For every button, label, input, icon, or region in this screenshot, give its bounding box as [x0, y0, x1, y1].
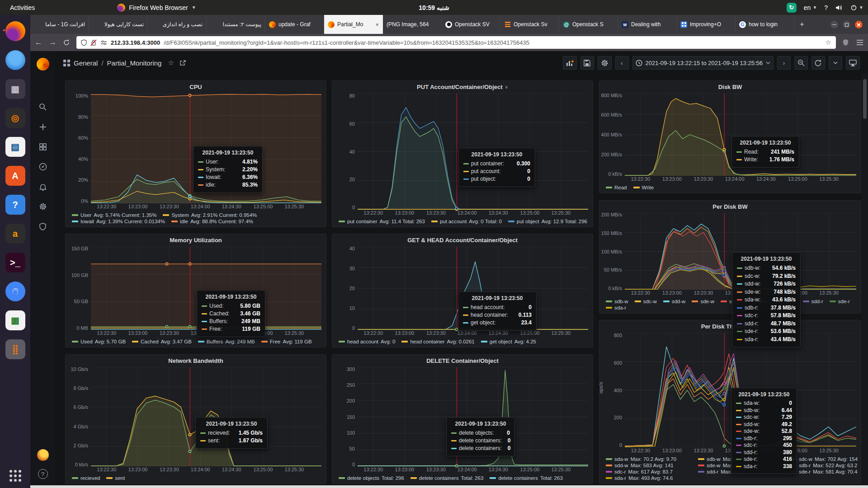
dashboard-settings-button[interactable]: [598, 56, 612, 70]
menu-icon[interactable]: [856, 39, 863, 46]
shield-icon[interactable]: [81, 39, 87, 46]
tab[interactable]: Ghow to login: [736, 15, 794, 34]
dock-item-shotwell[interactable]: ◎: [4, 106, 27, 130]
tab[interactable]: پیوست ۲: مستندا: [207, 15, 265, 34]
tab[interactable]: wDealing with: [618, 15, 677, 34]
extension-icon[interactable]: [842, 39, 849, 46]
legend-item[interactable]: sdd-r: [803, 299, 823, 304]
panel-title[interactable]: GET & HEAD Account/Container/Object: [332, 234, 593, 246]
legend-item[interactable]: put containerAvg: 11.4 Total: 263: [339, 219, 425, 224]
kiosk-mode-button[interactable]: [846, 56, 860, 70]
tab[interactable]: (PNG Image, 564: [383, 15, 442, 34]
forward-button[interactable]: →: [49, 38, 57, 47]
legend-item[interactable]: get objectAvg: 4.25: [481, 339, 536, 344]
legend-item[interactable]: sde-rMax: 581 Avg: 70.4: [790, 469, 858, 474]
legend-item[interactable]: sdb-rMax: 522 Avg: 63.2: [790, 463, 858, 468]
save-dashboard-button[interactable]: [580, 56, 594, 70]
dock-item-libreoffice-calc[interactable]: ▦: [4, 309, 27, 332]
permissions-icon[interactable]: [100, 40, 107, 45]
activities-button[interactable]: Activities: [0, 4, 45, 11]
legend-item[interactable]: recieved: [72, 475, 100, 481]
explore-icon[interactable]: [30, 157, 55, 177]
insecure-lock-icon[interactable]: [90, 39, 97, 46]
legend-item[interactable]: delete objectsTotal: 296: [339, 475, 404, 481]
legend-item[interactable]: head containerAvg: 0.0261: [401, 339, 474, 344]
legend-item[interactable]: BuffersAvg: 249 MB: [198, 339, 255, 344]
alerting-bell-icon[interactable]: [30, 177, 55, 197]
tab[interactable]: Partial_Mo×: [324, 15, 383, 34]
new-tab-button[interactable]: +: [794, 15, 810, 34]
time-back-button[interactable]: ‹: [615, 56, 629, 70]
maximize-button[interactable]: [843, 21, 850, 28]
search-icon[interactable]: [30, 97, 55, 117]
show-applications-button[interactable]: [9, 470, 21, 482]
language-menu[interactable]: en ▼: [804, 4, 817, 11]
legend-item[interactable]: sda-rMax: 493 Avg: 74.6: [606, 475, 692, 481]
legend-item[interactable]: sent: [106, 475, 125, 481]
server-admin-shield-icon[interactable]: [30, 216, 55, 236]
breadcrumb-section[interactable]: General: [74, 59, 98, 67]
legend-item[interactable]: sdc-wMax: 702 Avg: 154: [790, 456, 858, 462]
tab-close-icon[interactable]: ×: [375, 21, 379, 28]
breadcrumb-dashboard[interactable]: Partial_Monitoring: [107, 59, 162, 67]
legend-item[interactable]: put accountAvg: 0 Total: 0: [431, 219, 502, 224]
panel-title[interactable]: Per Disk Throughput: [599, 320, 861, 332]
configuration-gear-icon[interactable]: [30, 197, 55, 216]
dock-item-amazon[interactable]: a: [4, 222, 27, 245]
scrollbar-thumb[interactable]: [863, 79, 867, 119]
power-menu[interactable]: ▼: [850, 4, 863, 11]
panel-title[interactable]: Disk BW: [599, 81, 861, 93]
tab[interactable]: افرانت 1G - ساما: [30, 15, 89, 34]
legend-item[interactable]: FreeAvg: 119 GB: [261, 339, 312, 344]
sync-icon[interactable]: ↻: [787, 3, 797, 13]
help-icon[interactable]: ?: [824, 4, 828, 11]
zoom-out-button[interactable]: [794, 56, 808, 70]
panel-memory-utilization[interactable]: Memory Utilization150 GB100 GB50 GB0 MB1…: [65, 234, 326, 347]
scrollbar[interactable]: [862, 75, 868, 485]
url-bar[interactable]: 212.33.198.4:3000/d/F63l05Snk/partial_mo…: [76, 36, 836, 49]
tab[interactable]: Improving+O: [677, 15, 736, 34]
dock-item-libreoffice-writer[interactable]: ▤: [4, 135, 27, 159]
legend-item[interactable]: sda-wMax: 70.2 Avg: 9.70: [606, 456, 692, 462]
legend-item[interactable]: UserAvg: 5.74% Current: 1.35%: [72, 212, 156, 218]
add-panel-button[interactable]: [563, 56, 577, 70]
dock-item-chromium[interactable]: ◉: [4, 280, 27, 303]
legend-item[interactable]: Read: [606, 185, 627, 190]
panel-title[interactable]: Memory Utilization: [66, 234, 326, 246]
panel-title[interactable]: Per Disk BW: [599, 201, 861, 212]
time-range-picker[interactable]: 2021-09-19 13:22:15 to 2021-09-19 13:25:…: [632, 56, 774, 70]
legend-item[interactable]: sdc-rMax: 617 Avg: 83.7: [606, 469, 692, 474]
legend-item[interactable]: sdc-w: [635, 299, 657, 304]
dock-item-firefox[interactable]: [4, 19, 27, 43]
legend-item[interactable]: idleAvg: 88.8% Current: 97.4%: [171, 219, 253, 224]
legend-item[interactable]: IowaitAvg: 1.39% Current: 0.0134%: [72, 219, 165, 224]
dock-item-calculator[interactable]: ⣿: [4, 338, 27, 361]
legend-item[interactable]: sdd-w: [663, 299, 686, 304]
help-icon[interactable]: ?: [38, 469, 48, 479]
tab[interactable]: update - Graf: [265, 15, 324, 34]
create-icon[interactable]: [30, 117, 55, 137]
legend-item[interactable]: sdd-wMax: 583 Avg: 141: [606, 463, 692, 468]
panel-title[interactable]: PUT Account/Container/Object∨: [332, 81, 593, 93]
legend-item[interactable]: head accountAvg: 0: [339, 339, 395, 344]
legend-item[interactable]: UsedAvg: 5.70 GB: [72, 339, 126, 344]
legend-item[interactable]: sdb-w: [606, 299, 628, 304]
grafana-logo[interactable]: [30, 51, 55, 77]
legend-item[interactable]: put objectAvg: 12.9 Total: 296: [508, 219, 587, 224]
legend-item[interactable]: delete containersTotal: 263: [410, 475, 483, 481]
dock-item-files[interactable]: ▦: [4, 77, 27, 101]
legend-item[interactable]: CachedAvg: 3.47 GB: [132, 339, 192, 344]
dashboards-icon[interactable]: [30, 137, 55, 157]
dock-item-terminal[interactable]: >_: [4, 251, 27, 274]
legend-item[interactable]: Write: [633, 185, 654, 190]
tab[interactable]: Openstack SV: [442, 15, 500, 34]
refresh-button[interactable]: [811, 56, 825, 70]
panel-disk-bw[interactable]: Disk BW800 MB/s600 MB/s400 MB/s200 MB/s0…: [599, 80, 861, 193]
tab[interactable]: Openstack Sv: [500, 15, 559, 34]
legend-item[interactable]: sde-r: [830, 299, 850, 304]
panel-title[interactable]: DELETE Container/Object: [332, 355, 593, 366]
dock-item-help[interactable]: ?: [4, 193, 27, 216]
panel-title[interactable]: CPU: [66, 81, 326, 93]
time-forward-button[interactable]: ›: [777, 56, 791, 70]
refresh-interval-caret[interactable]: [829, 56, 842, 70]
